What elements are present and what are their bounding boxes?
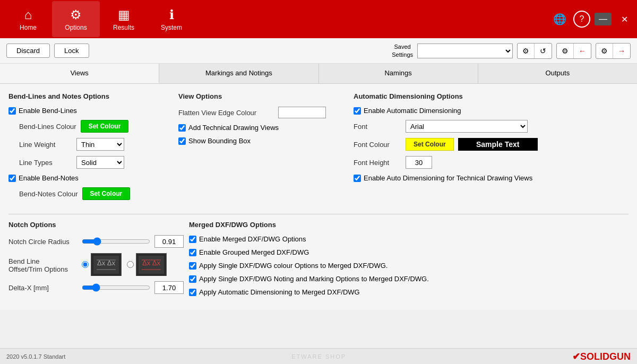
delta-x-slider[interactable] <box>82 283 150 292</box>
settings-gear-icon[interactable]: ⚙ <box>518 44 535 58</box>
apply-auto-dim-checkbox[interactable] <box>189 289 196 296</box>
logo: ✔SOLIDGUN <box>572 351 631 362</box>
enable-grouped-row: Enable Grouped Merged DXF/DWG <box>189 248 629 256</box>
enable-bend-lines-checkbox[interactable] <box>8 107 16 115</box>
notch-title: Notch Options <box>8 221 178 229</box>
flatten-view-label: Flatten View Edge Colour <box>178 109 274 117</box>
options-icon: ⚙ <box>70 7 82 22</box>
enable-grouped-label[interactable]: Enable Grouped Merged DXF/DWG <box>189 248 309 256</box>
top-bar-right: 🌐 ? — ✕ <box>550 10 633 29</box>
minimize-button[interactable]: — <box>595 13 612 25</box>
apply-single-noting-checkbox[interactable] <box>189 275 196 283</box>
tab-views[interactable]: Views <box>0 64 159 83</box>
settings-gear-2-icon[interactable]: ⚙ <box>557 44 574 58</box>
settings-gear-3-icon[interactable]: ⚙ <box>596 44 613 58</box>
add-technical-checkbox[interactable] <box>178 124 186 132</box>
font-colour-label: Font Colour <box>354 141 401 149</box>
sample-text-box: Sample Text <box>458 138 538 151</box>
bend-notes-colour-row: Bend-Notes Colour Set Colour <box>19 187 168 200</box>
enable-bend-notes-checkbox[interactable] <box>8 175 16 182</box>
settings-group-2: ⚙ ← <box>556 43 591 59</box>
close-button[interactable]: ✕ <box>616 13 633 25</box>
show-bounding-row: Show Bounding Box <box>178 137 338 145</box>
bend-lines-title: Bend-Lines and Notes Options <box>8 92 168 100</box>
refresh-icon[interactable]: ↺ <box>535 44 552 58</box>
merged-title: Merged DXF/DWG Options <box>189 221 629 229</box>
apply-single-colour-label[interactable]: Apply Single DXF/DWG colour Options to M… <box>189 262 388 270</box>
saved-settings-select[interactable] <box>417 44 513 58</box>
settings-group-1: ⚙ ↺ <box>517 43 552 59</box>
tab-markings[interactable]: Markings and Notings <box>159 64 318 83</box>
line-types-row: Line Types Solid Dashed <box>19 156 168 169</box>
nav-results-label: Results <box>113 24 134 31</box>
help-button[interactable]: ? <box>573 11 590 28</box>
line-types-select[interactable]: Solid Dashed <box>76 156 124 169</box>
view-options-section: View Options Flatten View Edge Colour Ad… <box>178 92 348 205</box>
tab-outputs[interactable]: Outputs <box>478 64 637 83</box>
version-text: 2020 v5.0.1.7 Standart <box>6 353 65 360</box>
enable-auto-dim-checkbox[interactable] <box>354 107 361 115</box>
settings-group-3: ⚙ → <box>596 43 631 59</box>
font-height-input[interactable] <box>406 156 432 169</box>
notch-circle-radius-input[interactable] <box>154 235 184 248</box>
show-bounding-label[interactable]: Show Bounding Box <box>178 137 251 145</box>
bend-option-1-radio[interactable] <box>82 261 89 268</box>
enable-auto-dim-label[interactable]: Enable Automatic Dimensioning <box>354 107 461 115</box>
font-colour-row: Font Colour Set Colour Sample Text <box>354 138 629 151</box>
apply-single-colour-row: Apply Single DXF/DWG colour Options to M… <box>189 262 629 270</box>
bend-option-1: Δx Δx <box>82 253 122 276</box>
enable-merged-row: Enable Merged DXF/DWG Options <box>189 235 629 243</box>
enable-bend-lines-label[interactable]: Enable Bend-Lines <box>8 107 77 115</box>
system-icon: ℹ <box>169 7 174 22</box>
bend-option-2-radio[interactable] <box>127 261 134 268</box>
auto-dim-section: Automatic Dimensioning Options Enable Au… <box>348 92 629 205</box>
delta-x-input[interactable] <box>154 281 184 294</box>
line-weight-select[interactable]: Thin Medium Thick <box>76 138 124 151</box>
nav-options[interactable]: ⚙ Options <box>52 1 100 37</box>
bottom-section: Notch Options Notch Circle Radius Bend L… <box>0 214 637 310</box>
apply-auto-dim-row: Apply Automatic Dimensioning to Merged D… <box>189 288 629 296</box>
back-arrow-icon[interactable]: ← <box>574 44 591 58</box>
top-section: Bend-Lines and Notes Options Enable Bend… <box>0 84 637 214</box>
auto-dim-title: Automatic Dimensioning Options <box>354 92 629 100</box>
bend-lines-colour-label: Bend-Lines Colour <box>19 123 76 131</box>
enable-auto-tech-row: Enable Auto Dimensioning for Technical D… <box>354 174 629 182</box>
enable-bend-notes-label[interactable]: Enable Bend-Notes <box>8 174 79 182</box>
font-height-row: Font Height <box>354 156 629 169</box>
add-technical-label[interactable]: Add Technical Drawing Views <box>178 124 279 132</box>
add-technical-row: Add Technical Drawing Views <box>178 124 338 132</box>
tab-namings[interactable]: Namings <box>319 64 478 83</box>
forward-arrow-icon[interactable]: → <box>613 44 630 58</box>
bend-lines-colour-btn[interactable]: Set Colour <box>81 120 129 133</box>
bend-lines-colour-row: Bend-Lines Colour Set Colour <box>19 120 168 133</box>
enable-grouped-checkbox[interactable] <box>189 249 196 256</box>
watermark-text: ETWARE SHOP <box>291 353 346 360</box>
enable-merged-checkbox[interactable] <box>189 236 196 243</box>
flatten-view-row: Flatten View Edge Colour <box>178 107 338 118</box>
enable-auto-tech-checkbox[interactable] <box>354 175 361 182</box>
discard-button[interactable]: Discard <box>6 44 50 58</box>
apply-auto-dim-label[interactable]: Apply Automatic Dimensioning to Merged D… <box>189 288 360 296</box>
enable-auto-tech-label[interactable]: Enable Auto Dimensioning for Technical D… <box>354 174 532 182</box>
bend-art-1: Δx Δx <box>91 253 122 276</box>
font-row: Font Arial Times New Roman <box>354 120 629 133</box>
results-icon: ▦ <box>118 7 130 22</box>
nav-home[interactable]: ⌂ Home <box>4 1 52 37</box>
bend-notes-colour-btn[interactable]: Set Colour <box>82 187 131 200</box>
apply-single-colour-checkbox[interactable] <box>189 262 196 270</box>
nav-results[interactable]: ▦ Results <box>100 1 148 37</box>
show-bounding-checkbox[interactable] <box>178 137 186 145</box>
notch-circle-radius-slider[interactable] <box>82 237 150 246</box>
font-colour-btn[interactable]: Set Colour <box>406 138 454 151</box>
nav-home-label: Home <box>20 24 37 31</box>
enable-merged-label[interactable]: Enable Merged DXF/DWG Options <box>189 235 306 243</box>
globe-button[interactable]: 🌐 <box>550 10 569 29</box>
bend-art-2: Δx Δx <box>136 253 167 276</box>
apply-single-noting-label[interactable]: Apply Single DXF/DWG Noting and Marking … <box>189 275 429 283</box>
nav-system[interactable]: ℹ System <box>148 1 195 37</box>
apply-single-noting-row: Apply Single DXF/DWG Noting and Marking … <box>189 275 629 283</box>
lock-button[interactable]: Lock <box>54 44 89 58</box>
font-select[interactable]: Arial Times New Roman <box>406 120 528 133</box>
view-options-title: View Options <box>178 92 338 100</box>
merged-section: Merged DXF/DWG Options Enable Merged DXF… <box>189 214 629 301</box>
